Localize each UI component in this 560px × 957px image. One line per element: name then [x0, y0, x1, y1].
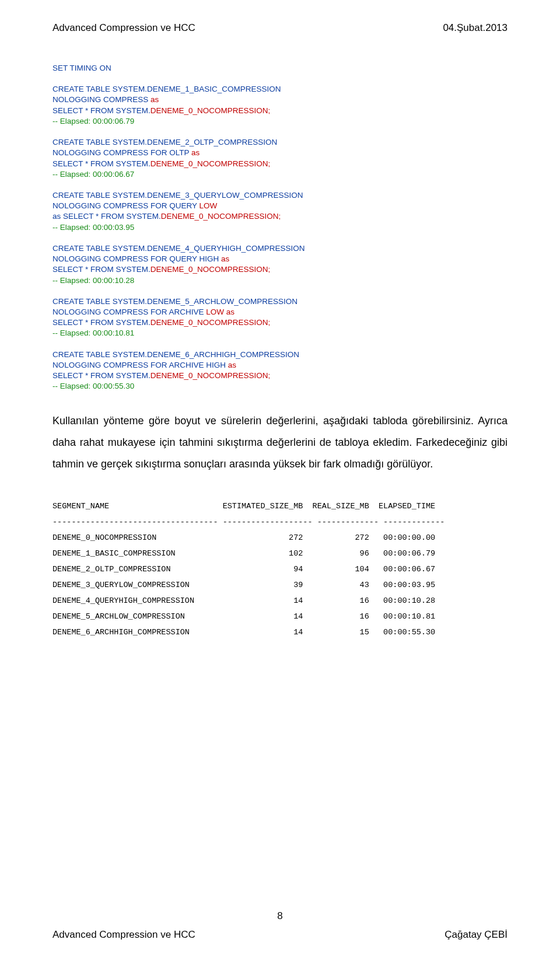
code-group-2: CREATE TABLE SYSTEM.DENEME_2_OLTP_COMPRE… [52, 137, 508, 180]
code-comment: -- Elapsed: 00:00:06.79 [52, 117, 134, 125]
code-comment: -- Elapsed: 00:00:06.67 [52, 170, 134, 179]
sql-code-block: SET TIMING ON CREATE TABLE SYSTEM.DENEME… [52, 63, 508, 392]
code-frag: DENEME_0_NOCOMPRESSION; [161, 212, 281, 221]
page-header: Advanced Compression ve HCC 04.Şubat.201… [52, 22, 508, 34]
code-frag: NOLOGGING COMPRESS FOR ARCHIVE HIGH [52, 361, 228, 369]
code-frag: DENEME_0_NOCOMPRESSION; [150, 106, 271, 115]
code-frag: as SELECT * FROM SYSTEM. [52, 212, 161, 221]
code-frag: LOW [206, 308, 226, 316]
code-line: CREATE TABLE SYSTEM.DENEME_6_ARCHHIGH_CO… [52, 350, 299, 359]
code-line: CREATE TABLE SYSTEM.DENEME_5_ARCHLOW_COM… [52, 297, 298, 306]
code-group-1: CREATE TABLE SYSTEM.DENEME_1_BASIC_COMPR… [52, 84, 508, 127]
code-group-3: CREATE TABLE SYSTEM.DENEME_3_QUERYLOW_CO… [52, 190, 508, 233]
code-group-5: CREATE TABLE SYSTEM.DENEME_5_ARCHLOW_COM… [52, 296, 508, 339]
code-frag: as [221, 254, 229, 263]
code-frag: NOLOGGING COMPRESS FOR OLTP [52, 148, 191, 157]
code-comment: -- Elapsed: 00:00:10.28 [52, 276, 134, 285]
code-frag: NOLOGGING COMPRESS FOR ARCHIVE [52, 308, 206, 316]
code-frag: SELECT * FROM SYSTEM. [52, 159, 150, 168]
code-group-4: CREATE TABLE SYSTEM.DENEME_4_QUERYHIGH_C… [52, 243, 508, 286]
code-frag: NOLOGGING COMPRESS FOR QUERY HIGH [52, 254, 221, 263]
code-frag: DENEME_0_NOCOMPRESSION; [150, 318, 271, 327]
header-left: Advanced Compression ve HCC [52, 22, 195, 34]
code-frag: as [150, 95, 159, 104]
code-comment: -- Elapsed: 00:00:10.81 [52, 329, 134, 337]
page-footer: Advanced Compression ve HCC Çağatay ÇEBİ [52, 929, 508, 941]
code-group-6: CREATE TABLE SYSTEM.DENEME_6_ARCHHIGH_CO… [52, 350, 508, 392]
footer-right: Çağatay ÇEBİ [444, 929, 508, 941]
code-frag: SELECT * FROM SYSTEM. [52, 318, 150, 327]
code-frag: SELECT * FROM SYSTEM. [52, 265, 150, 274]
header-right: 04.Şubat.2013 [443, 22, 508, 34]
code-frag: SELECT * FROM SYSTEM. [52, 106, 150, 115]
code-frag: SELECT * FROM SYSTEM. [52, 371, 150, 380]
code-frag: NOLOGGING COMPRESS FOR QUERY [52, 201, 200, 210]
code-frag: DENEME_0_NOCOMPRESSION; [150, 159, 271, 168]
code-frag: LOW [200, 201, 218, 210]
code-frag: DENEME_0_NOCOMPRESSION; [150, 265, 271, 274]
code-frag: as [191, 148, 200, 157]
results-table: SEGMENT_NAME ESTIMATED_SIZE_MB REAL_SIZE… [52, 498, 508, 640]
code-comment: -- Elapsed: 00:00:55.30 [52, 382, 134, 390]
code-line: CREATE TABLE SYSTEM.DENEME_1_BASIC_COMPR… [52, 85, 281, 93]
code-line: CREATE TABLE SYSTEM.DENEME_4_QUERYHIGH_C… [52, 244, 305, 253]
code-frag: as [226, 308, 235, 316]
body-paragraph: Kullanılan yönteme göre boyut ve süreler… [52, 410, 508, 475]
code-line: SET TIMING ON [52, 64, 111, 72]
code-line: CREATE TABLE SYSTEM.DENEME_3_QUERYLOW_CO… [52, 191, 303, 200]
code-frag: DENEME_0_NOCOMPRESSION; [150, 371, 271, 380]
code-line: CREATE TABLE SYSTEM.DENEME_2_OLTP_COMPRE… [52, 138, 277, 146]
page-number: 8 [0, 910, 560, 922]
code-comment: -- Elapsed: 00:00:03.95 [52, 223, 134, 232]
footer-left: Advanced Compression ve HCC [52, 929, 195, 941]
code-frag: as [228, 361, 236, 369]
code-frag: NOLOGGING COMPRESS [52, 95, 150, 104]
